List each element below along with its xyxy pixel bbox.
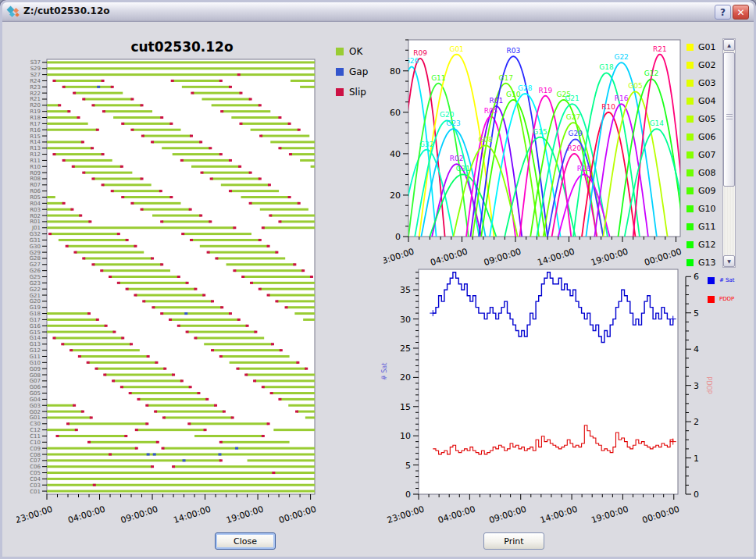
sat-row-label: G32 (30, 231, 41, 237)
legend-swatch-icon (686, 187, 694, 194)
sat-row-label: G27 (30, 262, 41, 268)
legend-label: G11 (698, 222, 716, 232)
legend-label: G03 (698, 78, 716, 88)
sat-row-label: G16 (30, 323, 41, 329)
elevation-chart: 020406080G26R09G32G11G01G20G23R02G31R01R… (383, 32, 684, 268)
sat-row-S29 (47, 67, 315, 69)
scrollbar-grip-icon (726, 114, 733, 120)
sat-row-label: R23 (30, 84, 41, 91)
sat-row-C09 (47, 447, 315, 450)
scrollbar-up-icon[interactable]: ▲ (723, 39, 735, 51)
legend-swatch-icon (686, 62, 694, 69)
y-tick-label: 15 (400, 402, 411, 412)
legend-label: G07 (698, 150, 716, 160)
y-tick-label: 20 (390, 190, 401, 201)
curve-label-G17: G17 (498, 74, 512, 82)
sat-row-label: R14 (30, 139, 41, 145)
satellite-legend-panel: G01G02G03G04G05G06G07G08G09G10G11G12G13 (686, 38, 722, 268)
legend-item-g04: G04 (686, 92, 722, 110)
x-tick-label: 14:00:00 (539, 504, 579, 525)
x-tick-label: 04:00:00 (437, 504, 476, 525)
sat-row-label: G02 (30, 409, 41, 415)
sat-row-R16 (47, 129, 301, 131)
legend-swatch-icon (686, 259, 694, 266)
dialog-window: Z:/cut02530.12o ? ✕ cut02530.12o OKGapSl… (0, 0, 756, 559)
curve-label-G22: G22 (614, 53, 628, 61)
curve-label-G18: G18 (599, 63, 614, 71)
legend-swatch-icon (686, 223, 694, 230)
right-y-tick-label: 3 (694, 381, 699, 391)
x-tick-label: 00:00:00 (641, 504, 681, 525)
sat-row-C01 (47, 490, 315, 493)
sat-row-label: G13 (30, 341, 41, 347)
legend-swatch-icon (686, 151, 694, 158)
sat-row-label: G18 (30, 311, 41, 317)
sat-row-label: R04 (30, 201, 41, 207)
close-window-button[interactable]: ✕ (733, 5, 749, 20)
sat-row-label: J01 (31, 225, 41, 231)
sat-row-label: C12 (30, 427, 41, 433)
curve-label-G08: G08 (478, 136, 493, 144)
y-tick-label: 0 (405, 490, 411, 500)
curve-label-G27: G27 (566, 113, 580, 121)
sat-row-label: G04 (30, 397, 41, 403)
sat-row-label: R20 (30, 102, 41, 109)
sat-row-label: G20 (30, 298, 41, 304)
curve-label-G12: G12 (644, 69, 658, 77)
curve-label-G05: G05 (628, 82, 642, 90)
print-button[interactable]: Print (483, 532, 544, 550)
scrollbar-down-icon[interactable]: ▼ (723, 255, 735, 267)
sat-row-S37 (47, 61, 315, 63)
curve-label-G23: G23 (446, 119, 460, 127)
legend-swatch-icon (686, 241, 694, 248)
sat-row-C03 (47, 484, 315, 486)
curve-label-R21: R21 (653, 45, 667, 53)
legend-label: G01 (698, 42, 716, 52)
help-button[interactable]: ? (715, 5, 731, 20)
satellite-legend-scrollbar[interactable]: ▲ ▼ (722, 38, 736, 268)
sat-row-label: G30 (30, 244, 41, 250)
curve-label-R01: R01 (489, 97, 503, 105)
curve-label-R10: R10 (601, 103, 615, 111)
x-tick-label: 23:00:00 (16, 504, 54, 525)
legend-label: G05 (698, 114, 716, 124)
y-tick-label: 30 (400, 315, 411, 325)
sat-row-label: R17 (30, 121, 41, 127)
sat-row-S27 (47, 73, 315, 76)
legend-item-pdop: PDOP (708, 290, 735, 308)
sat-row-label: G17 (30, 317, 41, 323)
window-title: Z:/cut02530.12o (23, 5, 110, 16)
sat-row-label: C07 (30, 458, 41, 464)
sat-row-label: R08 (30, 176, 41, 182)
sat-row-label: R19 (30, 109, 41, 115)
legend-item-g03: G03 (686, 74, 722, 92)
sat-row-label: G08 (30, 372, 41, 379)
sat-row-C06 (47, 465, 315, 468)
curve-label-G21: G21 (565, 94, 579, 102)
scrollbar-thumb[interactable] (723, 52, 735, 187)
right-y-tick-label: 2 (694, 417, 699, 427)
sat-row-label: G26 (30, 268, 41, 274)
pdop-axis-label: PDOP (705, 377, 712, 394)
curve-label-G29: G29 (569, 130, 583, 137)
x-tick-label: 14:00:00 (172, 504, 212, 525)
legend-label: G08 (698, 168, 716, 178)
curve-label-R03: R03 (506, 47, 520, 55)
legend-swatch-icon (708, 296, 715, 303)
legend-label: G12 (698, 240, 716, 250)
sat-row-label: G12 (30, 347, 41, 354)
title-bar[interactable]: Z:/cut02530.12o ? ✕ (2, 2, 754, 22)
y-tick-label: 40 (390, 149, 401, 159)
curve-label-G15: G15 (533, 128, 547, 136)
legend-item-g01: G01 (686, 38, 722, 56)
x-tick-label: 19:00:00 (225, 504, 265, 525)
sat-row-label: G05 (30, 390, 41, 397)
y-tick-label: 25 (400, 344, 411, 354)
legend-label: G02 (698, 60, 716, 70)
sat-row-C07 (47, 459, 315, 461)
close-dialog-button[interactable]: Close (215, 532, 276, 550)
curve-label-R05: R05 (484, 107, 498, 115)
sat-row-label: R21 (30, 96, 41, 102)
sat-row-label: G03 (30, 403, 41, 409)
right-y-tick-label: 5 (694, 308, 699, 319)
